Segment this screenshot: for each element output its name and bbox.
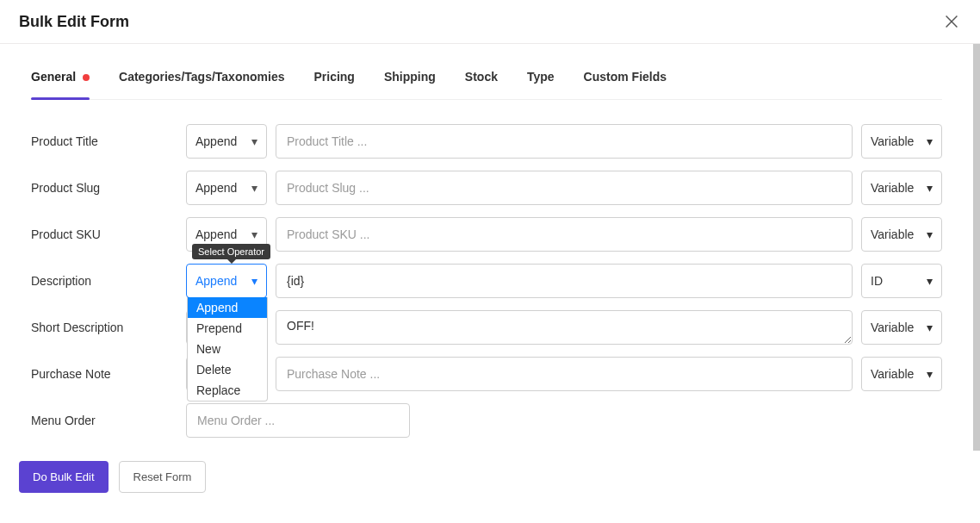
chevron-down-icon: ▾ xyxy=(927,227,933,241)
variable-select-short-description[interactable]: Variable ▾ xyxy=(861,310,942,345)
tab-pricing[interactable]: Pricing xyxy=(313,70,354,99)
label-product-title: Product Title xyxy=(31,134,177,148)
variable-value: Variable xyxy=(871,181,914,195)
input-product-slug[interactable] xyxy=(276,171,853,205)
chevron-down-icon: ▾ xyxy=(927,134,933,148)
row-menu-order: Menu Order xyxy=(31,403,942,438)
input-product-sku[interactable] xyxy=(276,217,853,252)
variable-value: Variable xyxy=(871,367,914,381)
reset-form-button[interactable]: Reset Form xyxy=(119,461,207,493)
variable-value: Variable xyxy=(871,134,914,148)
label-menu-order: Menu Order xyxy=(31,414,177,427)
chevron-down-icon: ▾ xyxy=(251,181,257,195)
dropdown-option-new[interactable]: New xyxy=(188,339,267,359)
chevron-down-icon: ▾ xyxy=(251,134,257,148)
operator-value: Append xyxy=(195,181,237,195)
variable-select-product-sku[interactable]: Variable ▾ xyxy=(861,217,942,252)
variable-value: ID xyxy=(871,274,883,288)
chevron-down-icon: ▾ xyxy=(927,274,933,288)
operator-select-product-title[interactable]: Append ▾ xyxy=(186,124,267,159)
form: Product Title Append ▾ Variable ▾ Produc… xyxy=(31,100,942,438)
textarea-short-description[interactable] xyxy=(276,310,853,345)
row-description: Description Select Operator Append ▾ App… xyxy=(31,264,942,298)
do-bulk-edit-button[interactable]: Do Bulk Edit xyxy=(19,461,109,493)
dropdown-option-delete[interactable]: Delete xyxy=(188,359,267,380)
label-purchase-note: Purchase Note xyxy=(31,367,177,381)
chevron-down-icon: ▾ xyxy=(927,181,933,195)
row-product-slug: Product Slug Append ▾ Variable ▾ xyxy=(31,171,942,205)
label-short-description: Short Description xyxy=(31,321,177,334)
label-description: Description xyxy=(31,274,177,288)
modal-footer: Do Bulk Edit Reset Form xyxy=(0,451,980,505)
dropdown-option-append[interactable]: Append xyxy=(188,297,267,318)
variable-select-description[interactable]: ID ▾ xyxy=(861,264,942,298)
tab-custom-fields[interactable]: Custom Fields xyxy=(584,70,667,99)
operator-select-product-slug[interactable]: Append ▾ xyxy=(186,171,267,205)
label-product-sku: Product SKU xyxy=(31,227,177,241)
variable-value: Variable xyxy=(871,321,914,334)
modal-title: Bulk Edit Form xyxy=(19,13,129,31)
variable-value: Variable xyxy=(871,227,914,241)
row-product-title: Product Title Append ▾ Variable ▾ xyxy=(31,124,942,159)
chevron-down-icon: ▾ xyxy=(927,367,933,381)
tooltip-select-operator: Select Operator xyxy=(192,244,270,259)
row-product-sku: Product SKU Append ▾ Variable ▾ xyxy=(31,217,942,252)
variable-select-product-slug[interactable]: Variable ▾ xyxy=(861,171,942,205)
dropdown-option-prepend[interactable]: Prepend xyxy=(188,318,267,339)
input-description[interactable] xyxy=(276,264,853,298)
label-product-slug: Product Slug xyxy=(31,181,177,195)
indicator-dot-icon xyxy=(83,74,90,81)
input-purchase-note[interactable] xyxy=(276,357,853,391)
modal-body: General Categories/Tags/Taxonomies Prici… xyxy=(0,44,980,451)
tab-categories[interactable]: Categories/Tags/Taxonomies xyxy=(119,70,284,99)
operator-value: Append xyxy=(195,227,237,241)
close-icon[interactable] xyxy=(942,12,961,31)
tab-stock[interactable]: Stock xyxy=(465,70,498,99)
operator-value: Append xyxy=(195,274,237,288)
operator-select-description[interactable]: Select Operator Append ▾ Append Prepend … xyxy=(186,264,267,298)
operator-dropdown: Append Prepend New Delete Replace xyxy=(187,297,268,402)
modal-header: Bulk Edit Form xyxy=(0,0,980,44)
dropdown-option-replace[interactable]: Replace xyxy=(188,380,267,401)
operator-value: Append xyxy=(195,134,237,148)
tab-shipping[interactable]: Shipping xyxy=(384,70,436,99)
chevron-down-icon: ▾ xyxy=(927,321,933,334)
input-product-title[interactable] xyxy=(276,124,853,159)
variable-select-product-title[interactable]: Variable ▾ xyxy=(861,124,942,159)
chevron-down-icon: ▾ xyxy=(251,274,257,288)
row-short-description: Short Description Append ▾ Variable ▾ xyxy=(31,310,942,345)
tab-type[interactable]: Type xyxy=(527,70,555,99)
chevron-down-icon: ▾ xyxy=(251,227,257,241)
variable-select-purchase-note[interactable]: Variable ▾ xyxy=(861,357,942,391)
tab-label: General xyxy=(31,70,76,84)
row-purchase-note: Purchase Note Append ▾ Variable ▾ xyxy=(31,357,942,391)
tabs: General Categories/Tags/Taxonomies Prici… xyxy=(31,44,942,100)
tab-general[interactable]: General xyxy=(31,70,90,99)
input-menu-order[interactable] xyxy=(186,403,410,438)
